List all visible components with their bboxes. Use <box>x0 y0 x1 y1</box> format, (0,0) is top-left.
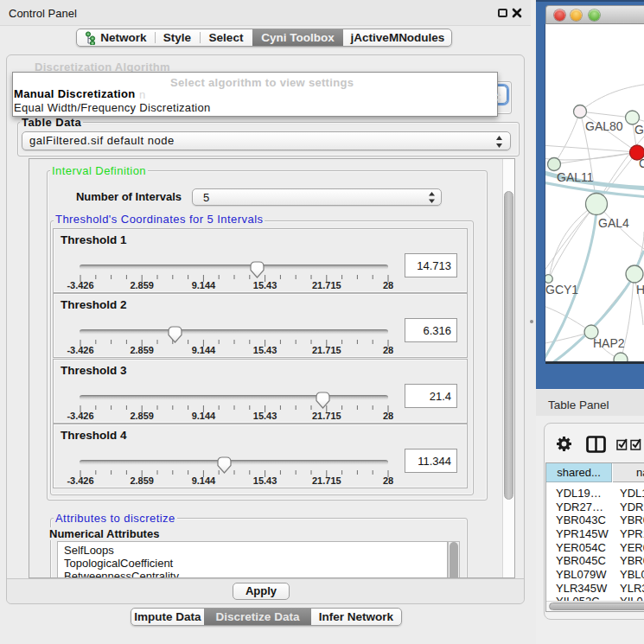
svg-text:HAP2: HAP2 <box>593 336 625 350</box>
svg-text:C: C <box>639 156 644 170</box>
svg-text:GCY1: GCY1 <box>545 283 578 296</box>
svg-text:H: H <box>636 283 644 296</box>
svg-text:GAL4: GAL4 <box>598 216 629 230</box>
svg-text:GAL80: GAL80 <box>585 119 623 133</box>
svg-text:GAL11: GAL11 <box>557 170 594 184</box>
svg-text:GA: GA <box>634 123 644 137</box>
